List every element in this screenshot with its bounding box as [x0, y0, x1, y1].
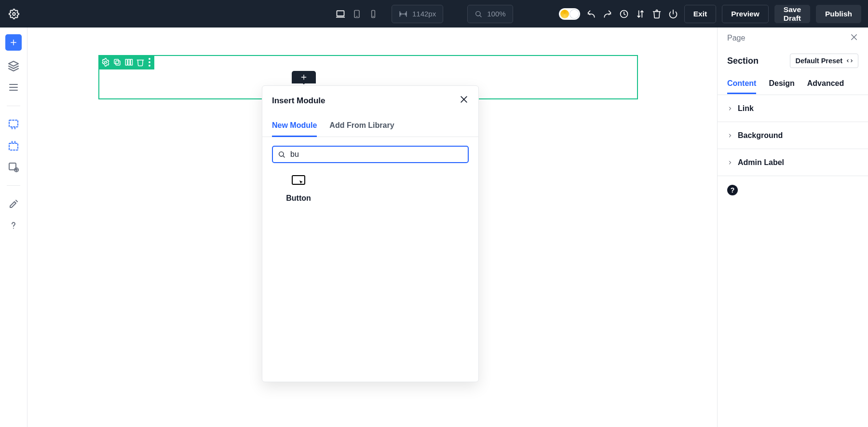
- left-rail: [0, 28, 27, 427]
- template-library-button[interactable]: [8, 161, 19, 173]
- clock-icon: [619, 9, 629, 19]
- tools-button[interactable]: [8, 198, 19, 210]
- sun-icon: [560, 10, 569, 18]
- insert-module-popover: Insert Module New Module Add From Librar…: [262, 85, 479, 382]
- layers-icon: [8, 60, 19, 72]
- add-element-button[interactable]: [5, 34, 22, 51]
- plus-icon: [300, 73, 308, 81]
- svg-rect-41: [292, 176, 305, 184]
- svg-rect-23: [9, 143, 18, 150]
- viewport-width-field[interactable]: 1142px: [392, 5, 443, 23]
- preset-label: Default Preset: [795, 57, 842, 65]
- arrows-vertical-icon: [636, 9, 645, 19]
- top-bar: 1142px 100% Exit Preview Save Draft Publ…: [0, 0, 868, 28]
- arrows-horizontal-icon: [399, 10, 407, 18]
- tab-add-from-library[interactable]: Add From Library: [329, 115, 394, 137]
- layers-button[interactable]: [8, 60, 19, 72]
- svg-rect-33: [128, 59, 130, 65]
- popover-close-button[interactable]: [459, 95, 469, 107]
- tab-content[interactable]: Content: [727, 74, 756, 94]
- gear-icon: [9, 9, 19, 19]
- right-panel: Page Section Default Preset Content Desi…: [717, 28, 868, 427]
- sort-button[interactable]: [635, 9, 646, 19]
- svg-rect-32: [125, 59, 127, 65]
- zoom-field[interactable]: 100%: [467, 5, 513, 23]
- search-icon: [475, 10, 482, 18]
- svg-point-39: [279, 152, 284, 156]
- help-button[interactable]: [8, 220, 19, 231]
- caret-right-icon: [727, 106, 733, 111]
- desktop-device-button[interactable]: [336, 9, 345, 19]
- rail-separator: [7, 185, 20, 186]
- wireframe-top-button[interactable]: [8, 119, 19, 130]
- svg-line-40: [283, 156, 285, 157]
- plus-icon: [9, 38, 18, 47]
- undo-button[interactable]: [586, 9, 597, 19]
- accordion-item-admin-label[interactable]: Admin Label: [718, 149, 868, 176]
- preset-button[interactable]: Default Preset: [790, 54, 858, 68]
- breadcrumb-page[interactable]: Page: [727, 34, 745, 42]
- power-button[interactable]: [668, 9, 678, 19]
- duplicate-icon[interactable]: [113, 58, 122, 67]
- trash-icon: [652, 9, 662, 19]
- zoom-value: 100%: [487, 10, 505, 18]
- module-item-label: Button: [286, 194, 311, 203]
- gear-icon[interactable]: [101, 58, 110, 67]
- theme-toggle[interactable]: [559, 8, 580, 20]
- section-toolbar: [98, 55, 154, 69]
- undo-icon: [586, 9, 596, 19]
- list-button[interactable]: [8, 82, 19, 93]
- search-icon: [278, 151, 285, 158]
- list-icon: [8, 82, 19, 93]
- redo-button[interactable]: [602, 9, 613, 19]
- module-item-button[interactable]: Button: [272, 175, 325, 203]
- columns-icon[interactable]: [124, 58, 133, 67]
- accordion-label: Background: [738, 131, 783, 140]
- caret-right-icon: [727, 160, 733, 165]
- delete-button[interactable]: [651, 9, 662, 19]
- power-icon: [668, 9, 678, 19]
- phone-device-button[interactable]: [368, 9, 378, 19]
- accordion-item-background[interactable]: Background: [718, 122, 868, 149]
- svg-point-29: [105, 61, 107, 64]
- swap-icon: [846, 57, 853, 64]
- accordion-item-link[interactable]: Link: [718, 95, 868, 122]
- tab-new-module[interactable]: New Module: [272, 115, 317, 137]
- history-button[interactable]: [619, 9, 629, 19]
- viewport-width-value: 1142px: [412, 10, 436, 18]
- caret-right-icon: [727, 133, 733, 138]
- popover-tabs: New Module Add From Library: [262, 115, 478, 137]
- wireframe-bottom-button[interactable]: [8, 140, 19, 152]
- dashed-layout-icon: [8, 119, 19, 130]
- svg-rect-1: [337, 11, 344, 16]
- panel-close-button[interactable]: [850, 33, 858, 43]
- svg-marker-18: [9, 61, 18, 66]
- settings-accordion: Link Background Admin Label: [718, 95, 868, 176]
- panel-help-button[interactable]: ?: [727, 185, 738, 195]
- tab-design[interactable]: Design: [769, 74, 794, 94]
- svg-rect-30: [116, 61, 120, 65]
- drag-handle-icon[interactable]: [148, 58, 151, 67]
- popover-title: Insert Module: [272, 96, 326, 106]
- panel-tabs: Content Design Advanced: [718, 73, 868, 95]
- trash-icon[interactable]: [136, 58, 145, 67]
- tab-advanced[interactable]: Advanced: [807, 74, 844, 94]
- publish-button[interactable]: Publish: [816, 5, 861, 23]
- svg-rect-34: [131, 59, 133, 65]
- module-search-input[interactable]: [290, 150, 463, 159]
- svg-point-0: [13, 13, 15, 15]
- settings-button[interactable]: [0, 0, 27, 28]
- dashed-layout-alt-icon: [8, 140, 19, 152]
- tablet-device-button[interactable]: [352, 9, 362, 19]
- accordion-label: Admin Label: [738, 158, 784, 167]
- svg-line-11: [480, 15, 481, 17]
- module-search-field[interactable]: [272, 146, 469, 163]
- add-module-button[interactable]: [292, 71, 316, 83]
- rail-separator: [7, 106, 20, 106]
- preview-button[interactable]: Preview: [722, 5, 769, 23]
- exit-button[interactable]: Exit: [684, 5, 716, 23]
- close-icon: [850, 33, 858, 41]
- save-draft-button[interactable]: Save Draft: [774, 5, 810, 23]
- stack-plus-icon: [8, 161, 19, 173]
- canvas[interactable]: Insert Module New Module Add From Librar…: [27, 28, 717, 427]
